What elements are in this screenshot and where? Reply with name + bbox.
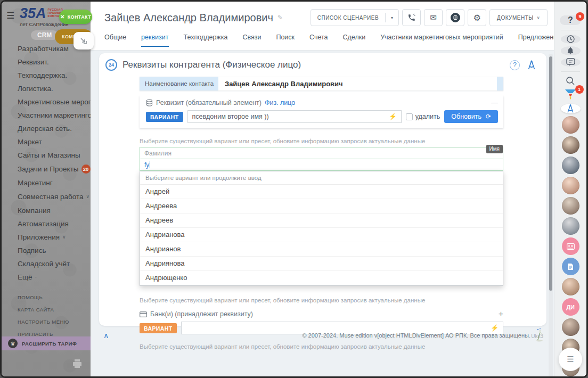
scenarios-split-button[interactable]: СПИСОК СЦЕНАРИЕВ ▾ [311, 9, 399, 26]
document-button[interactable] [562, 258, 579, 275]
page-header: Зайцев Александр Владимирович ✎ СПИСОК С… [91, 2, 554, 51]
entity-tab[interactable]: Счета [309, 34, 328, 47]
edit-title-icon[interactable]: ✎ [277, 14, 283, 21]
upgrade-tariff-button[interactable]: ♛ РАСШИРИТЬ ТАРИФ [2, 336, 91, 350]
sidebar-item[interactable]: Ещё - [2, 270, 91, 284]
dropdown-option[interactable]: Андреев [140, 213, 503, 228]
entity-tab[interactable]: Поиск [276, 34, 295, 47]
caret-down-icon[interactable]: ▾ [386, 15, 398, 20]
entity-tab[interactable]: реквизит [141, 34, 168, 47]
documents-button[interactable]: ДОКУМЕНТЫ ∨ [489, 9, 548, 26]
dropdown-header: Выберите вариант или продолжите ввод [140, 171, 503, 185]
sidebar-item[interactable]: Маркет [2, 135, 91, 149]
database-icon [146, 99, 153, 106]
entity-tab[interactable]: Сделки [343, 34, 366, 47]
drafting-tool-button[interactable] [561, 104, 581, 113]
avatar[interactable] [562, 116, 579, 134]
dropdown-option[interactable]: Андрей [140, 185, 503, 199]
scrollbar-thumb[interactable] [549, 56, 552, 291]
printer-icon[interactable] [72, 359, 82, 370]
sidebar-item[interactable]: Маркетинг [2, 176, 91, 190]
first-name-input[interactable]: fy [140, 159, 503, 171]
avatar[interactable] [562, 278, 579, 295]
sidebar-item[interactable]: Складской учёт [2, 257, 91, 270]
help-button[interactable]: ? 9 [560, 15, 581, 25]
sidebar-item[interactable]: Автоматизация [2, 217, 91, 231]
history-button[interactable] [561, 35, 581, 44]
minimize-slider-button[interactable] [74, 32, 94, 50]
dropdown-option[interactable]: Андрианова [140, 228, 503, 242]
avatar[interactable] [562, 177, 579, 194]
contact-name-value[interactable]: Зайцев Александр Владимирович [218, 77, 497, 91]
menu-hamburger-icon[interactable]: ☰ [6, 10, 14, 21]
avatar[interactable] [562, 136, 579, 154]
dropdown-option[interactable]: Андрющенко [140, 271, 503, 285]
sidebar-item[interactable]: Дилерская сеть. [2, 122, 91, 135]
crm-funnel-button[interactable]: 1 [561, 88, 581, 101]
sidebar-footer-link[interactable]: НАСТРОИТЬ МЕНЮ [2, 316, 91, 328]
sidebar-item[interactable]: Совместная работа ∨ 1 [2, 190, 91, 204]
initials-avatar[interactable]: ДИ [562, 298, 579, 316]
id-card-button[interactable] [562, 237, 579, 255]
helper-text: Выберите существующий вариант или пресет… [140, 343, 503, 350]
integration-icon [451, 13, 460, 22]
search-button[interactable] [561, 76, 581, 86]
entity-tab[interactable]: Участники маркетинговых мероприятий [380, 34, 503, 47]
sidebar-item[interactable]: Маркетинговые меропр... [2, 95, 91, 109]
sidebar-item[interactable]: Приложения ∨ [2, 231, 91, 244]
entity-tab[interactable]: Общие [104, 34, 126, 47]
dropdown-option[interactable]: Андриянова [140, 257, 503, 271]
help-icon[interactable]: ? [510, 60, 520, 70]
chevron-down-icon: - [35, 273, 37, 281]
sidebar-item[interactable]: Реквизит. [2, 55, 91, 69]
delete-checkbox[interactable] [406, 113, 413, 120]
sidebar-item[interactable]: Техподдержка. [2, 69, 91, 82]
requisite-variant-input[interactable]: псевдоним второе имя )) ⚡ [187, 110, 402, 123]
sidebar-item[interactable]: Логистика. [2, 82, 91, 95]
sidebar-footer-link[interactable]: КАРТА САЙТА [2, 303, 91, 316]
avatar[interactable] [562, 197, 579, 215]
avatar[interactable] [562, 157, 579, 174]
copyright-text: © 2007-2024. Muse edition v[object HTMLD… [302, 332, 544, 339]
sidebar-footer-link[interactable]: ПОМОЩЬ [2, 291, 91, 303]
entity-tab[interactable]: Связи [242, 34, 261, 47]
sidebar-item[interactable]: Подпись [2, 244, 91, 257]
notifications-button[interactable] [561, 46, 581, 55]
avatar[interactable] [562, 217, 579, 235]
chevron-down-icon: ∨ [537, 15, 540, 20]
compass-icon[interactable] [526, 60, 537, 70]
requisite-type-link[interactable]: Физ. лицо [265, 99, 295, 106]
sidebar-item[interactable]: Участники маркетингов... [2, 109, 91, 122]
sidebar-item[interactable]: Сайты и Магазины [2, 149, 91, 162]
call-button[interactable] [402, 9, 421, 26]
chevron-down-icon: ∨ [86, 193, 90, 201]
sidebar-item-label: Логистика. [18, 85, 53, 93]
sidebar-item-label: Маркет [18, 138, 42, 146]
delete-checkbox-wrap[interactable]: удалить [406, 113, 440, 120]
entity-tab[interactable]: Техподдержка [184, 34, 228, 47]
rail-menu-button[interactable]: ☰ [559, 348, 582, 371]
helper-text: Выберите существующий вариант или пресет… [140, 138, 503, 144]
scroll-top-icon[interactable]: ∧ [103, 331, 109, 340]
counter-badge: 20 [81, 165, 91, 174]
add-bank-icon[interactable]: + [499, 310, 503, 318]
update-button[interactable]: Обновить ⟳ [444, 110, 498, 123]
integration-button[interactable] [446, 9, 464, 26]
scenarios-button-label: СПИСОК СЦЕНАРИЕВ [311, 15, 385, 21]
sidebar-item-label: Подпись [18, 246, 46, 254]
sidebar-item[interactable]: Задачи и Проекты 20 [2, 162, 91, 176]
dropdown-option[interactable]: Андрианов [140, 242, 503, 257]
dropdown-option[interactable]: Андреева [140, 199, 503, 213]
contact-slider-button[interactable]: ✕ КОНТАКТ [59, 10, 92, 24]
collapse-section-icon[interactable]: — [491, 100, 498, 105]
sidebar-item[interactable]: Компания [2, 204, 91, 217]
delete-label: удалить [415, 113, 440, 120]
autofill-bolt-icon[interactable]: ⚡ [389, 113, 397, 120]
funnel-icon [565, 88, 576, 101]
settings-button[interactable]: ⚙ [468, 9, 486, 26]
avatar[interactable] [562, 318, 579, 336]
last-name-input[interactable]: Фамилия Имя [140, 147, 503, 159]
email-button[interactable]: ✉ [424, 9, 443, 26]
bank-card-icon [140, 311, 147, 317]
messenger-button[interactable] [561, 58, 581, 67]
